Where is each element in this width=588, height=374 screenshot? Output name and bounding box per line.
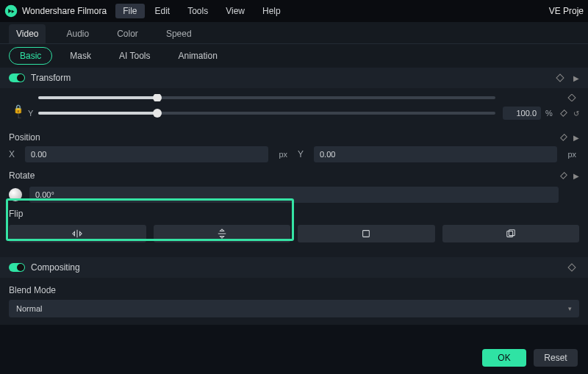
blend-mode-dropdown[interactable]: Normal ▾ [9, 300, 579, 317]
scale-y-slider[interactable] [38, 107, 503, 120]
subtab-ai-tools[interactable]: AI Tools [109, 48, 160, 64]
transform-expand-icon[interactable]: ▶ [573, 74, 579, 82]
position-y-unit: px [564, 150, 579, 159]
position-label: Position [9, 132, 557, 143]
flip-vertical-button[interactable] [154, 225, 291, 242]
flip-horizontal-button[interactable] [9, 225, 146, 242]
transform-section-header: Transform ▶ [0, 68, 588, 88]
subtab-animation[interactable]: Animation [168, 48, 227, 64]
menu-view[interactable]: View [218, 4, 252, 18]
blend-mode-label: Blend Mode [9, 285, 579, 295]
flip-label: Flip [9, 209, 579, 219]
rotate-input-row: 0.00° [9, 185, 579, 204]
blend-mode-value: Normal [16, 304, 568, 313]
scale-y-value[interactable]: 100.0 [503, 107, 541, 120]
inspector-tabs: Video Audio Color Speed [0, 22, 588, 44]
transform-keyframe-icon[interactable] [556, 73, 564, 82]
scale-y-reset-icon[interactable]: ↺ [573, 109, 579, 118]
compositing-title: Compositing [31, 262, 559, 273]
ok-button[interactable]: OK [482, 349, 526, 367]
transform-title: Transform [31, 73, 547, 83]
flip-vertical-icon [217, 229, 227, 239]
scale-x-keyframe-icon[interactable] [567, 94, 576, 101]
menu-help[interactable]: Help [255, 4, 288, 18]
canvas-fit-button[interactable] [298, 225, 435, 242]
position-header-row: Position ▶ [9, 125, 579, 144]
flip-section: Flip [9, 204, 579, 247]
position-x-label: X [9, 149, 18, 159]
tab-audio[interactable]: Audio [59, 24, 96, 43]
square-icon [361, 229, 371, 239]
compositing-keyframe-icon[interactable] [567, 263, 576, 271]
lock-aspect-icon[interactable]: 🔒 [13, 104, 24, 114]
transform-panel: 🔒 └ Y 100.0 % ↺ Position ▶ X 0.00 px Y 0… [0, 88, 588, 257]
scale-y-unit: % [541, 109, 557, 118]
scale-x-row-partial [9, 94, 579, 101]
position-reset-icon[interactable]: ▶ [573, 134, 579, 142]
app-logo-icon [4, 4, 18, 18]
blend-panel: Blend Mode Normal ▾ [0, 278, 588, 325]
tab-speed[interactable]: Speed [159, 24, 199, 43]
compositing-toggle[interactable] [9, 263, 25, 272]
scale-y-keyframe-icon[interactable] [560, 109, 567, 117]
position-x-input[interactable]: 0.00 [25, 146, 268, 162]
rotate-reset-icon[interactable]: ▶ [573, 172, 579, 180]
rotate-dial[interactable] [9, 188, 22, 201]
position-keyframe-icon[interactable] [560, 134, 567, 141]
menu-edit[interactable]: Edit [148, 4, 178, 18]
flip-button-row [9, 225, 579, 242]
reset-button[interactable]: Reset [534, 349, 578, 367]
menu-file[interactable]: File [115, 4, 144, 18]
app-title: Wondershare Filmora [22, 6, 107, 16]
svg-rect-3 [509, 230, 514, 236]
flip-horizontal-icon [72, 229, 82, 239]
footer-buttons: OK Reset [482, 349, 578, 367]
subtab-basic[interactable]: Basic [9, 47, 52, 65]
overlap-square-icon [506, 229, 516, 239]
title-bar: Wondershare Filmora File Edit Tools View… [0, 0, 588, 22]
chevron-down-icon: ▾ [568, 305, 572, 312]
menu-tools[interactable]: Tools [180, 4, 215, 18]
scale-x-slider-thumb[interactable] [153, 94, 162, 101]
tab-video[interactable]: Video [9, 24, 46, 43]
rotate-keyframe-icon[interactable] [560, 172, 567, 179]
rotate-value-input[interactable]: 0.00° [29, 187, 559, 203]
rotate-label: Rotate [9, 170, 557, 181]
position-inputs-row: X 0.00 px Y 0.00 px [9, 145, 579, 163]
transform-toggle[interactable] [9, 73, 25, 82]
position-y-label: Y [298, 149, 306, 159]
rotate-header-row: Rotate ▶ [9, 163, 579, 182]
canvas-crop-button[interactable] [442, 225, 580, 242]
scale-y-label: Y [28, 109, 38, 118]
inspector-subtabs: Basic Mask AI Tools Animation [0, 44, 588, 68]
position-y-input[interactable]: 0.00 [314, 146, 557, 162]
scale-y-slider-thumb[interactable] [153, 109, 162, 118]
subtab-mask[interactable]: Mask [60, 48, 101, 64]
compositing-section-header: Compositing [0, 257, 588, 278]
position-x-unit: px [276, 150, 290, 159]
tab-color[interactable]: Color [110, 24, 146, 43]
svg-rect-2 [507, 231, 513, 237]
project-label: VE Proje [549, 6, 584, 16]
main-menu: File Edit Tools View Help [115, 4, 548, 18]
svg-rect-1 [363, 231, 370, 237]
scale-y-row: 🔒 └ Y 100.0 % ↺ [9, 106, 579, 121]
